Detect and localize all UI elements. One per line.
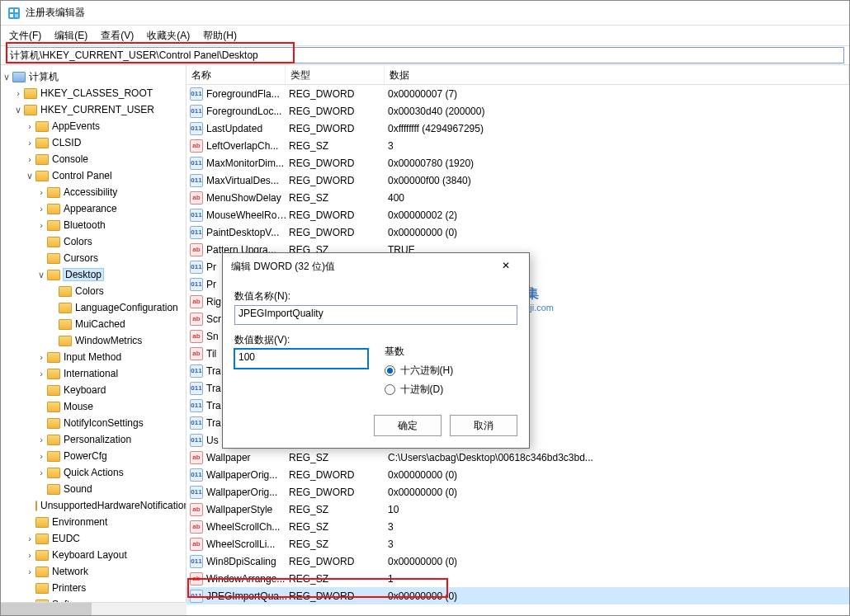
tree-item[interactable]: › AppEvents [1,118,186,134]
tree-item[interactable]: MuiCached [1,316,186,332]
tree-item[interactable]: › EUDC [1,530,186,547]
expand-icon[interactable]: › [35,204,47,214]
tree-item[interactable]: ∨ 计算机 [1,68,186,85]
value-row[interactable]: 011 Win8DpiScaling REG_DWORD 0x00000000 … [187,553,849,570]
tree-label: PowerCfg [64,450,107,462]
expand-icon[interactable]: › [24,154,35,164]
expand-icon[interactable]: › [24,121,35,131]
tree-view[interactable]: ∨ 计算机 › HKEY_CLASSES_ROOT ∨ HKEY_CURRENT… [1,65,187,615]
value-row[interactable]: ab WallpaperStyle REG_SZ 10 [187,501,849,518]
value-row[interactable]: ab MenuShowDelay REG_SZ 400 [187,189,849,206]
menu-favorites[interactable]: 收藏夹(A) [142,27,195,45]
menu-edit[interactable]: 编辑(E) [50,27,92,45]
value-data-input[interactable]: 100 [234,349,368,369]
expand-icon[interactable]: ∨ [12,105,24,115]
value-row[interactable]: 011 ForegroundLoc... REG_DWORD 0x00030d4… [187,102,849,120]
tree-item[interactable]: Mouse [1,398,186,415]
menu-view[interactable]: 查看(V) [96,27,139,45]
dword-icon: 011 [190,174,203,187]
tree-item[interactable]: ∨ HKEY_CURRENT_USER [1,101,186,118]
dialog-close-button[interactable]: ✕ [491,255,521,278]
value-type: REG_DWORD [289,209,388,221]
col-data[interactable]: 数据 [385,65,849,84]
tree-item[interactable]: Keyboard [1,382,186,398]
tree-item[interactable]: Printers [1,580,186,596]
tree-item[interactable]: › Appearance [1,200,186,217]
col-name[interactable]: 名称 [187,65,286,84]
value-row[interactable]: 011 LastUpdated REG_DWORD 0xffffffff (42… [187,120,849,137]
tree-item[interactable]: UnsupportedHardwareNotificationCache [1,497,186,514]
value-row[interactable]: ab Wallpaper REG_SZ C:\Users\acbag\Deskt… [187,449,849,466]
radio-dec[interactable]: 十进制(D) [385,383,518,397]
tree-item[interactable]: Environment [1,514,186,530]
tree-item[interactable]: ∨ Control Panel [1,167,186,184]
tree-item[interactable]: › International [1,365,186,382]
string-icon: ab [190,295,203,308]
col-type[interactable]: 类型 [286,65,385,84]
value-row[interactable]: 011 WallpaperOrig... REG_DWORD 0x0000000… [187,483,849,501]
tree-item[interactable]: Cursors [1,250,186,266]
expand-icon[interactable]: › [35,369,47,379]
radio-hex[interactable]: 十六进制(H) [385,364,518,378]
value-type: REG_DWORD [289,227,388,238]
tree-scrollbar[interactable] [1,602,187,615]
tree-item[interactable]: › PowerCfg [1,448,186,464]
tree-item[interactable]: WindowMetrics [1,332,186,349]
tree-item[interactable]: › CLSID [1,134,186,151]
value-name-input[interactable]: JPEGImportQuality [234,305,517,325]
value-row[interactable]: 011 MouseWheelRou... REG_DWORD 0x0000000… [187,206,849,223]
value-row[interactable]: 011 PaintDesktopV... REG_DWORD 0x0000000… [187,223,849,241]
tree-item[interactable]: › Personalization [1,431,186,448]
tree-item[interactable]: ∨ Desktop [1,266,186,283]
tree-item[interactable]: Colors [1,233,186,250]
expand-icon[interactable]: ∨ [24,171,35,181]
value-row[interactable]: 011 WallpaperOrig... REG_DWORD 0x0000000… [187,466,849,483]
expand-icon[interactable]: › [35,451,47,461]
address-input[interactable]: 计算机\HKEY_CURRENT_USER\Control Panel\Desk… [6,47,844,63]
value-type: REG_SZ [289,452,388,463]
dword-icon: 011 [190,226,203,239]
folder-icon [24,105,37,115]
cancel-button[interactable]: 取消 [450,415,517,436]
expand-icon[interactable]: ∨ [1,72,12,82]
expand-icon[interactable]: › [12,88,24,98]
ok-button[interactable]: 确定 [374,415,442,436]
tree-item[interactable]: › Bluetooth [1,217,186,233]
tree-item[interactable]: › HKEY_CLASSES_ROOT [1,85,186,101]
value-row[interactable]: 011 MaxMonitorDim... REG_DWORD 0x0000078… [187,154,849,172]
expand-icon[interactable]: › [24,534,35,543]
tree-item[interactable]: Colors [1,283,186,299]
expand-icon[interactable]: › [24,138,35,148]
value-row[interactable]: 011 ForegroundFla... REG_DWORD 0x0000000… [187,85,849,102]
expand-icon[interactable]: › [35,435,47,444]
expand-icon[interactable]: › [35,220,47,230]
expand-icon[interactable]: › [24,567,35,576]
tree-item[interactable]: › Console [1,151,186,167]
expand-icon[interactable]: › [35,468,47,477]
menu-file[interactable]: 文件(F) [4,27,46,45]
value-row[interactable]: ab WheelScrollCh... REG_SZ 3 [187,518,849,535]
expand-icon[interactable]: › [35,187,47,197]
value-row[interactable]: ab WindowArrange... REG_SZ 1 [187,570,849,587]
dword-icon: 011 [190,434,203,447]
dword-icon: 011 [190,261,203,274]
value-row[interactable]: ab WheelScrollLi... REG_SZ 3 [187,535,849,553]
expand-icon[interactable]: › [24,550,35,560]
tree-label: AppEvents [52,120,100,132]
tree-item[interactable]: › Keyboard Layout [1,547,186,563]
string-icon: ab [190,243,203,256]
dword-icon: 011 [190,590,203,603]
value-row[interactable]: 011 MaxVirtualDes... REG_DWORD 0x00000f0… [187,172,849,189]
menu-help[interactable]: 帮助(H) [198,27,242,45]
expand-icon[interactable]: › [35,352,47,362]
tree-item[interactable]: › Quick Actions [1,464,186,481]
tree-item[interactable]: › Input Method [1,349,186,365]
tree-item[interactable]: › Accessibility [1,184,186,200]
value-row[interactable]: 011 JPEGImportQua... REG_DWORD 0x0000000… [187,587,849,604]
value-row[interactable]: ab LeftOverlapCh... REG_SZ 3 [187,137,849,154]
tree-item[interactable]: NotifyIconSettings [1,415,186,431]
tree-item[interactable]: LanguageConfiguration [1,299,186,316]
tree-item[interactable]: › Network [1,563,186,580]
expand-icon[interactable]: ∨ [35,270,47,280]
tree-item[interactable]: Sound [1,481,186,497]
